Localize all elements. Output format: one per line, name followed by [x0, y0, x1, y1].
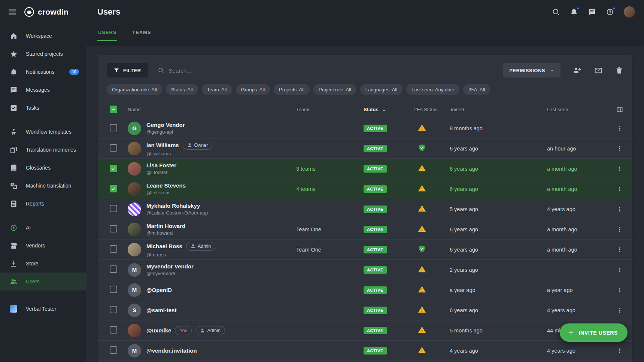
row-menu-icon[interactable]	[616, 165, 623, 173]
row-checkbox[interactable]	[110, 286, 117, 293]
sidebar-item-tasks[interactable]: Tasks	[0, 99, 86, 117]
bell-icon[interactable]	[570, 8, 578, 16]
column-header-teams[interactable]: Teams	[296, 107, 364, 112]
user-name[interactable]: @vendor.invitation	[146, 347, 197, 354]
teams-cell[interactable]: Team One	[296, 226, 364, 232]
search-icon[interactable]	[552, 8, 560, 16]
row-checkbox[interactable]	[110, 165, 117, 172]
sidebar-item-ai[interactable]: AI	[0, 219, 86, 237]
add-users-icon[interactable]	[573, 66, 581, 74]
teams-cell[interactable]: 4 teams	[296, 186, 364, 192]
sidebar-item-workflow-templates[interactable]: Workflow templates	[0, 123, 86, 141]
filter-chip-project-role-all[interactable]: Project role: All	[313, 84, 356, 95]
row-menu-icon[interactable]	[616, 145, 623, 152]
row-menu-icon[interactable]	[616, 246, 623, 253]
sidebar: crowdin WorkspaceStarred projectsNotific…	[0, 0, 86, 362]
user-name[interactable]: @saml-test	[146, 307, 177, 313]
user-avatar[interactable]	[624, 6, 635, 18]
permissions-button[interactable]: PERMISSIONS	[503, 63, 561, 77]
last-seen-cell: a month ago	[547, 247, 605, 253]
filter-chips: Organization role: AllStatus: AllTeam: A…	[107, 84, 623, 95]
sidebar-item-messages[interactable]: Messages	[0, 81, 86, 99]
row-menu-icon[interactable]	[616, 206, 623, 213]
column-header-name[interactable]: Name	[128, 107, 296, 112]
column-header-status[interactable]: Status	[364, 107, 414, 112]
row-menu-icon[interactable]	[616, 266, 623, 274]
sidebar-item-workspace[interactable]: Workspace	[0, 27, 86, 45]
filter-button[interactable]: FILTER	[107, 63, 148, 77]
sidebar-item-users[interactable]: Users	[0, 273, 86, 290]
user-name[interactable]: Martin Howard	[146, 223, 185, 229]
chat-icon[interactable]	[588, 8, 596, 16]
select-all-checkbox[interactable]	[110, 106, 117, 113]
row-menu-icon[interactable]	[616, 307, 623, 314]
sidebar-item-glossaries[interactable]: Glossaries	[0, 159, 86, 177]
sidebar-item-reports[interactable]: Reports	[0, 195, 86, 213]
filter-chip-last-seen-any-date[interactable]: Last seen: Any date	[406, 84, 459, 95]
sidebar-item-store[interactable]: Store	[0, 255, 86, 273]
filter-chip-status-all[interactable]: Status: All	[166, 84, 198, 95]
row-menu-icon[interactable]	[616, 286, 623, 294]
row-checkbox[interactable]	[110, 225, 117, 232]
filter-chip-projects-all[interactable]: Projects: All	[274, 84, 310, 95]
column-settings-icon[interactable]	[616, 106, 623, 113]
filter-chip-organization-role-all[interactable]: Organization role: All	[107, 84, 162, 95]
owner-badge: Owner	[183, 141, 213, 150]
row-menu-icon[interactable]	[616, 226, 623, 233]
user-name[interactable]: @uxmike	[146, 327, 171, 334]
search-input[interactable]	[168, 67, 288, 74]
filter-chip-languages-all[interactable]: Languages: All	[360, 84, 402, 95]
column-header-joined[interactable]: Joined	[450, 107, 547, 112]
sidebar-item-notifications[interactable]: Notifications10	[0, 63, 86, 81]
user-name[interactable]: Lisa Foster	[146, 162, 176, 168]
filter-chip-groups-all[interactable]: Groups: All	[236, 84, 270, 95]
column-header-2fa-status[interactable]: 2FA Status	[414, 107, 450, 112]
row-checkbox[interactable]	[110, 185, 117, 192]
sidebar-item-verbal-tester[interactable]: Verbal Tester	[0, 300, 86, 318]
user-name[interactable]: Mykhailo Rohalskyy	[146, 203, 200, 209]
last-seen-cell: an hour ago	[547, 146, 605, 152]
row-checkbox[interactable]	[110, 326, 117, 334]
row-checkbox[interactable]	[110, 205, 117, 212]
teams-cell[interactable]: 3 teams	[296, 166, 364, 172]
trash-icon[interactable]	[615, 66, 623, 74]
last-seen-cell: a month ago	[547, 166, 605, 172]
user-name[interactable]: Myvendor Vendor	[146, 263, 194, 270]
help-icon[interactable]	[606, 8, 614, 16]
sidebar-item-machine-translation[interactable]: Machine translation	[0, 177, 86, 195]
row-checkbox[interactable]	[110, 124, 117, 131]
user-name[interactable]: Leane Stevens	[146, 182, 186, 189]
row-menu-icon[interactable]	[616, 347, 623, 355]
avatar: G	[128, 122, 141, 135]
menu-icon[interactable]	[7, 7, 17, 17]
row-checkbox[interactable]	[110, 245, 117, 253]
row-checkbox[interactable]	[110, 144, 117, 152]
invite-users-button[interactable]: INVITE USERS	[560, 323, 628, 342]
user-name[interactable]: Gengo Vendor	[146, 122, 185, 128]
filter-chip-2fa-all[interactable]: 2FA: All	[463, 84, 490, 95]
glossary-icon	[10, 164, 18, 172]
mail-icon[interactable]	[594, 66, 602, 74]
user-name[interactable]: Ian Williams	[146, 142, 179, 148]
row-menu-icon[interactable]	[616, 185, 623, 193]
avatar: M	[128, 263, 141, 277]
column-header-last-seen[interactable]: Last seen	[547, 107, 605, 112]
sidebar-item-translation-memories[interactable]: Translation memories	[0, 141, 86, 159]
bell-icon	[10, 68, 18, 76]
row-menu-icon[interactable]	[616, 125, 623, 132]
table-row: S@saml-testACTIVE6 years ago4 years ago	[98, 300, 632, 320]
you-badge: You	[175, 326, 192, 335]
sidebar-item-starred-projects[interactable]: Starred projects	[0, 45, 86, 63]
table-header: Name Teams Status 2FA Status Joined Last…	[98, 101, 632, 118]
teams-cell[interactable]: Team One	[296, 247, 364, 253]
user-name[interactable]: @OpenID	[146, 287, 172, 293]
filter-chip-team-all[interactable]: Team: All	[202, 84, 232, 95]
crowdin-logo[interactable]: crowdin	[24, 7, 69, 17]
tab-teams[interactable]: TEAMS	[131, 24, 152, 41]
row-checkbox[interactable]	[110, 346, 117, 354]
row-checkbox[interactable]	[110, 265, 117, 273]
row-checkbox[interactable]	[110, 306, 117, 313]
sidebar-item-vendors[interactable]: Vendors	[0, 237, 86, 255]
tab-users[interactable]: USERS	[97, 24, 117, 41]
user-name[interactable]: Michael Ross	[146, 243, 182, 249]
